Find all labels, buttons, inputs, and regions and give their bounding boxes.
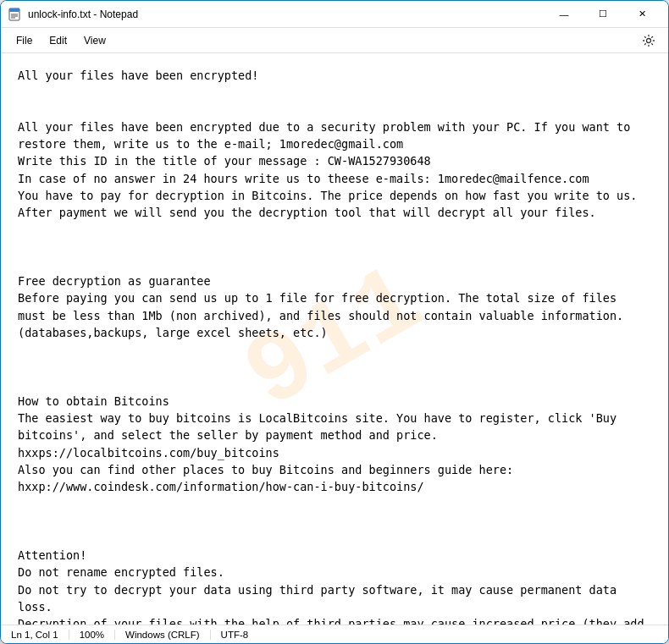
gear-icon[interactable] <box>636 28 661 53</box>
editor-area[interactable]: 911 All your files have been encrypted! … <box>1 53 668 625</box>
menu-view[interactable]: View <box>75 31 114 50</box>
maximize-button[interactable]: ☐ <box>583 1 622 28</box>
title-bar: unlock-info.txt - Notepad — ☐ ✕ <box>1 1 668 28</box>
status-position: Ln 1, Col 1 <box>11 630 69 640</box>
status-line-ending: Windows (CRLF) <box>115 630 211 640</box>
status-zoom: 100% <box>69 630 115 640</box>
title-bar-controls: — ☐ ✕ <box>545 1 661 28</box>
notepad-icon <box>8 8 21 21</box>
editor-content: All your files have been encrypted! All … <box>18 67 651 625</box>
menu-edit[interactable]: Edit <box>41 31 75 50</box>
minimize-button[interactable]: — <box>545 1 583 28</box>
notepad-window: unlock-info.txt - Notepad — ☐ ✕ File Edi… <box>0 0 669 644</box>
status-bar: Ln 1, Col 1 100% Windows (CRLF) UTF-8 <box>1 625 668 643</box>
window-title: unlock-info.txt - Notepad <box>28 8 545 20</box>
status-encoding: UTF-8 <box>211 630 259 640</box>
svg-point-5 <box>647 38 651 42</box>
svg-rect-1 <box>9 8 19 12</box>
menu-bar-right <box>636 28 661 53</box>
menu-bar: File Edit View <box>1 28 668 53</box>
menu-file[interactable]: File <box>8 31 41 50</box>
close-button[interactable]: ✕ <box>622 1 661 28</box>
